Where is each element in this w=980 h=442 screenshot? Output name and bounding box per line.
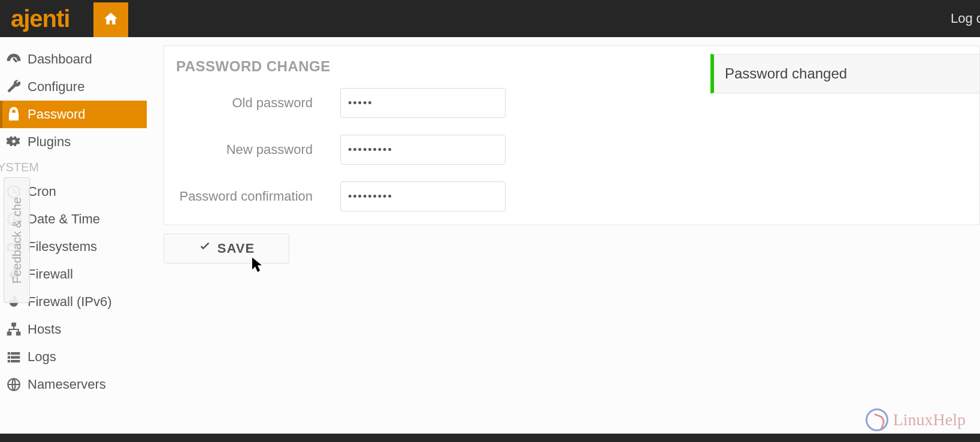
main-content: PASSWORD CHANGE Old password New passwor… [147,37,980,434]
toast-success: Password changed [710,54,980,93]
sidebar-item-label: Filesystems [28,239,97,255]
save-button[interactable]: SAVE [164,234,289,264]
input-new-password[interactable] [340,135,506,165]
sidebar-section-system: YSTEM [0,156,147,178]
home-icon [103,11,119,29]
save-button-label: SAVE [217,241,255,256]
feedback-tab-label: Feedback & che [10,197,24,284]
sidebar-item-label: Logs [28,349,56,365]
label-confirm-password: Password confirmation [164,189,316,204]
toast-text: Password changed [725,65,847,82]
sidebar-item-label: Configure [28,79,84,95]
sidebar-item-label: Dashboard [28,52,92,67]
input-old-password[interactable] [340,88,506,118]
sidebar-item-label: Cron [28,184,56,199]
sidebar-item-dashboard[interactable]: Dashboard [0,46,147,73]
feedback-tab[interactable]: Feedback & che [4,177,30,303]
home-tab[interactable] [93,2,128,37]
label-old-password: Old password [164,95,316,111]
gears-icon [6,134,22,150]
check-icon [198,240,211,257]
sidebar-item-label: Firewall [28,267,73,282]
sidebar-item-label: Nameservers [28,377,106,392]
sidebar-item-logs[interactable]: Logs [0,343,147,371]
input-confirm-password[interactable] [340,181,506,211]
wrench-icon [6,79,22,95]
svg-rect-5 [7,332,11,335]
logout-link[interactable]: Log o [947,0,980,37]
globe-icon [6,377,22,392]
sidebar-item-label: Date & Time [28,211,100,227]
sidebar-item-password[interactable]: Password [0,101,147,128]
sidebar-item-label: Plugins [28,134,71,150]
sidebar-item-plugins[interactable]: Plugins [0,128,147,156]
bottom-bar [0,434,980,442]
logout-label: Log o [951,11,980,26]
sidebar-item-label: Firewall (IPv6) [28,294,112,310]
row-new-password: New password [164,135,979,165]
label-new-password: New password [164,142,316,158]
list-icon [6,349,22,365]
svg-rect-4 [12,323,16,326]
sidebar-item-nameservers[interactable]: Nameservers [0,371,147,398]
top-header: ajenti Log o [0,0,980,37]
row-confirm-password: Password confirmation [164,181,979,211]
sidebar-item-configure[interactable]: Configure [0,73,147,101]
sidebar-item-label: Password [28,107,86,122]
svg-rect-6 [16,332,20,335]
sidebar-item-label: Hosts [28,322,61,337]
sidebar-item-hosts[interactable]: Hosts [0,316,147,343]
brand-logo: ajenti [0,5,69,32]
lock-icon [6,107,22,122]
sitemap-icon [6,322,22,337]
gauge-icon [6,52,22,67]
